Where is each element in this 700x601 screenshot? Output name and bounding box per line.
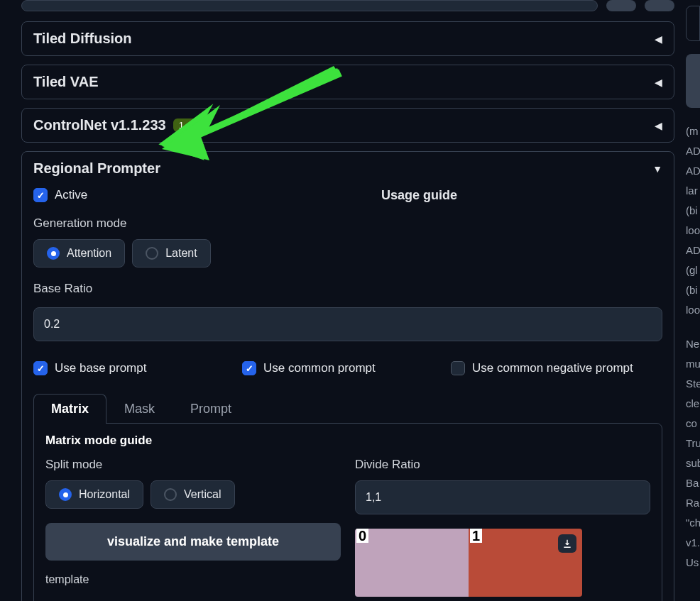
sidebar-text-fragment: AD [684, 145, 700, 165]
split-horizontal[interactable]: Horizontal [45, 480, 143, 509]
split-mode-group: Horizontal Vertical [45, 480, 341, 509]
chevron-down-icon: ▼ [652, 163, 662, 175]
use-common-negative-label: Use common negative prompt [472, 361, 633, 375]
sidebar-text-fragment: Tru [684, 437, 700, 457]
base-ratio-label: Base Ratio [33, 282, 662, 296]
sidebar-text-fragment: "ch [684, 517, 700, 536]
active-label: Active [55, 188, 87, 202]
horizontal-label: Horizontal [79, 488, 130, 501]
sidebar-text-fragment: Ra [684, 497, 700, 517]
accordion-controlnet[interactable]: ControlNet v1.1.233 1 un ◀ [21, 108, 674, 143]
tiled-vae-title: Tiled VAE [33, 74, 99, 90]
vertical-label: Vertical [184, 488, 221, 501]
tab-mask[interactable]: Mask [106, 394, 173, 424]
download-icon[interactable] [558, 534, 576, 553]
sidebar-text-fragment: AD [684, 244, 700, 264]
sidebar-text-fragment: Ne [684, 338, 700, 358]
sidebar-text-fragment: lar [684, 184, 700, 204]
sidebar-text-fragment: Us [684, 556, 700, 576]
split-vertical[interactable]: Vertical [151, 480, 234, 509]
accordion-regional-prompter: Regional Prompter ▼ Active Usage guide G… [21, 151, 674, 601]
sidebar-image [686, 54, 700, 108]
sidebar-text-fragment: cle [684, 397, 700, 417]
template-label: template [45, 573, 341, 586]
split-mode-label: Split mode [45, 458, 341, 472]
sidebar-text-fragment: loo [684, 224, 700, 244]
matrix-tab-body: Matrix mode guide Split mode Horizontal … [33, 423, 662, 601]
chevron-left-icon: ◀ [655, 77, 662, 88]
sidebar-text-fragment: (gl [684, 264, 700, 284]
use-common-prompt-label: Use common prompt [263, 361, 376, 375]
tiled-diffusion-title: Tiled Diffusion [33, 31, 132, 47]
use-base-prompt-checkbox[interactable] [33, 361, 48, 375]
sidebar-text-fragment: Ste [684, 377, 700, 397]
tab-matrix[interactable]: Matrix [33, 394, 106, 424]
accordion-tiled-diffusion[interactable]: Tiled Diffusion ◀ [21, 21, 674, 56]
prompt-input-collapsed[interactable] [21, 0, 598, 11]
sidebar-text-fragment: (bi [684, 204, 700, 224]
radio-unselected-icon [164, 488, 177, 501]
top-controls [21, 0, 674, 14]
sidebar-text-fragment: sub [684, 457, 700, 477]
sidebar-text-fragment: mu [684, 358, 700, 377]
active-checkbox[interactable] [33, 188, 48, 202]
region-1-label: 1 [470, 529, 482, 543]
visualize-button[interactable]: visualize and make template [45, 523, 341, 561]
sidebar-text-fragment: loo [684, 304, 700, 324]
sidebar-card [686, 6, 700, 41]
tab-prompt[interactable]: Prompt [173, 394, 249, 424]
sidebar-text-fragment: (bi [684, 284, 700, 304]
usage-guide-link[interactable]: Usage guide [381, 188, 457, 203]
region-preview: 0 1 [355, 529, 582, 597]
top-button-2[interactable] [645, 0, 674, 11]
region-0: 0 [355, 529, 469, 597]
divide-ratio-input[interactable] [355, 480, 650, 514]
controlnet-label: ControlNet v1.1.233 [33, 117, 166, 133]
generation-mode-label: Generation mode [33, 216, 662, 231]
matrix-mode-guide-link[interactable]: Matrix mode guide [45, 434, 650, 448]
radio-selected-icon [47, 247, 60, 260]
sidebar-text-fragment [684, 324, 700, 338]
radio-unselected-icon [146, 247, 158, 260]
right-panel-cropped: (mADADlar(bilooAD(gl(bilooNemuSteclecoTr… [684, 0, 700, 601]
chevron-left-icon: ◀ [655, 33, 662, 45]
sidebar-text-fragment: co [684, 417, 700, 437]
controlnet-units-badge: 1 un [173, 118, 202, 132]
base-ratio-input[interactable] [33, 307, 662, 341]
divide-ratio-label: Divide Ratio [355, 458, 650, 472]
gen-mode-attention[interactable]: Attention [33, 239, 125, 268]
accordion-tiled-vae[interactable]: Tiled VAE ◀ [21, 65, 674, 99]
generation-mode-group: Attention Latent [33, 239, 662, 268]
use-common-negative-checkbox[interactable] [451, 361, 465, 375]
sidebar-text-fragment: Ba [684, 477, 700, 497]
sidebar-text-fragment: AD [684, 165, 700, 184]
sidebar-text-fragment: (m [684, 125, 700, 145]
top-button-1[interactable] [606, 0, 636, 11]
regional-prompter-title: Regional Prompter [33, 160, 160, 177]
region-0-label: 0 [356, 529, 368, 543]
attention-label: Attention [67, 247, 111, 260]
chevron-left-icon: ◀ [655, 120, 662, 131]
radio-selected-icon [59, 488, 72, 501]
sidebar-text-fragment: v1. [684, 536, 700, 556]
latent-label: Latent [165, 247, 197, 260]
use-common-prompt-checkbox[interactable] [242, 361, 256, 375]
controlnet-title: ControlNet v1.1.233 1 un [33, 117, 202, 133]
use-base-prompt-label: Use base prompt [55, 361, 146, 375]
regional-prompter-header[interactable]: Regional Prompter ▼ [22, 152, 674, 185]
gen-mode-latent[interactable]: Latent [132, 239, 210, 268]
rp-tabs: Matrix Mask Prompt [33, 394, 662, 424]
